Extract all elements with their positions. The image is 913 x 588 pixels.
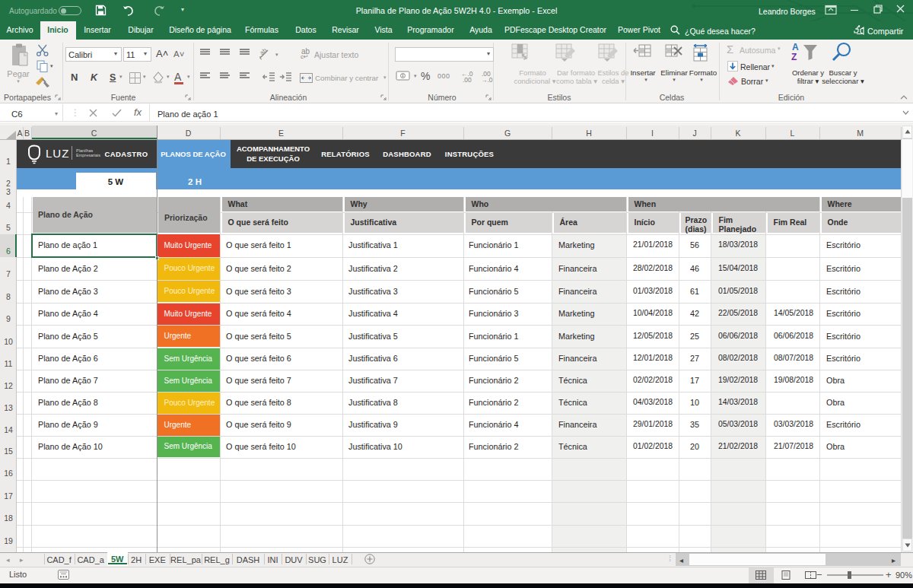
svg-text:ab: ab: [259, 47, 269, 56]
svg-text:≠: ≠: [523, 54, 527, 62]
